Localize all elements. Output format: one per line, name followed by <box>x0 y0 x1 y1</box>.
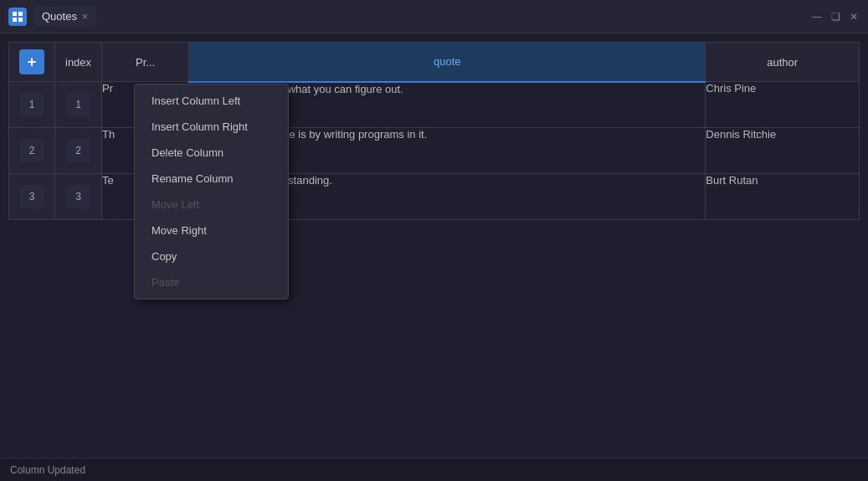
status-message: Column Updated <box>10 464 85 476</box>
col-header-index[interactable]: index <box>55 43 102 82</box>
menu-item-insert-column-right[interactable]: Insert Column Right <box>135 114 288 140</box>
col-header-primary[interactable]: Pr... <box>102 43 189 82</box>
menu-item-rename-column[interactable]: Rename Column <box>135 166 288 192</box>
menu-item-insert-column-left[interactable]: Insert Column Left <box>135 88 288 114</box>
col-header-quote[interactable]: quote <box>189 43 706 82</box>
cell-index[interactable]: 2 <box>55 128 102 174</box>
app-window: Quotes × — ❑ ✕ + <box>0 0 868 481</box>
svg-rect-0 <box>13 12 17 16</box>
index-label: 2 <box>67 139 90 162</box>
title-bar: Quotes × — ❑ ✕ <box>0 0 868 33</box>
cell-index[interactable]: 3 <box>55 174 102 220</box>
tab-quotes[interactable]: Quotes × <box>33 7 96 26</box>
cell-index[interactable]: 1 <box>55 82 102 128</box>
context-menu: Insert Column LeftInsert Column RightDel… <box>134 84 289 299</box>
menu-item-move-left: Move Left <box>135 192 288 217</box>
app-icon <box>8 8 27 26</box>
add-column-button[interactable]: + <box>19 49 44 74</box>
row-num-label: 1 <box>20 93 44 116</box>
row-num-outer: 3 <box>9 174 55 220</box>
cell-author[interactable]: Dennis Ritchie <box>706 128 860 174</box>
title-bar-left: Quotes × <box>8 7 96 26</box>
tab-close-icon[interactable]: × <box>82 11 88 23</box>
row-num-label: 2 <box>20 139 44 162</box>
status-bar: Column Updated <box>0 458 868 481</box>
svg-rect-1 <box>18 12 23 16</box>
menu-item-delete-column[interactable]: Delete Column <box>135 140 288 166</box>
maximize-button[interactable]: ❑ <box>829 11 841 23</box>
menu-item-move-right[interactable]: Move Right <box>135 217 288 243</box>
svg-rect-3 <box>18 18 23 22</box>
minimize-button[interactable]: — <box>811 11 823 23</box>
title-bar-controls: — ❑ ✕ <box>811 11 860 23</box>
menu-item-copy[interactable]: Copy <box>135 243 288 269</box>
row-num-outer: 1 <box>9 82 55 128</box>
index-label: 1 <box>67 93 90 116</box>
menu-item-paste: Paste <box>135 269 288 295</box>
row-num-outer: 2 <box>9 128 55 174</box>
col-header-author[interactable]: author <box>706 43 860 82</box>
cell-author[interactable]: Burt Rutan <box>706 174 860 220</box>
close-button[interactable]: ✕ <box>848 11 860 23</box>
row-num-label: 3 <box>20 185 44 208</box>
tab-label: Quotes <box>42 10 77 23</box>
index-label: 3 <box>67 185 90 208</box>
cell-author[interactable]: Chris Pine <box>706 82 860 128</box>
add-column-header[interactable]: + <box>9 43 55 82</box>
content-area: + index Pr... quote autho <box>0 33 868 458</box>
svg-rect-2 <box>13 18 17 22</box>
